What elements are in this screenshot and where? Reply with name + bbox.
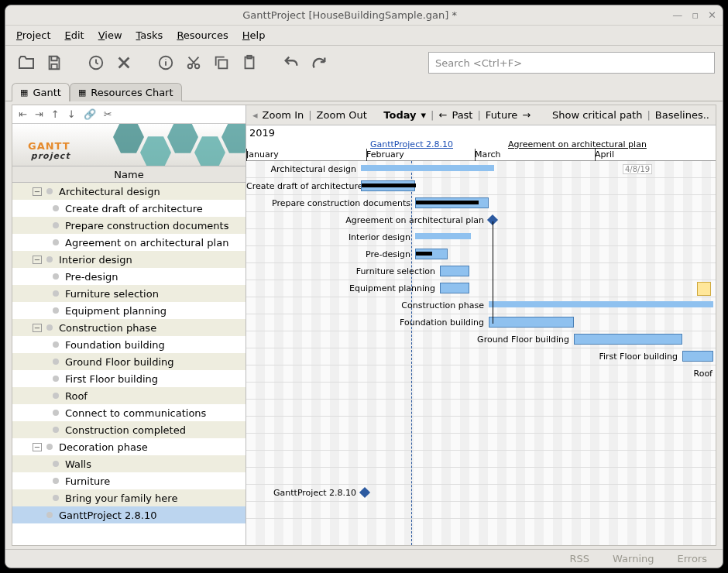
gantt-bar[interactable] [489,301,713,307]
expander-icon[interactable]: − [33,324,42,332]
gantt-bar[interactable] [361,180,415,191]
task-row[interactable]: Foundation building [12,336,246,353]
undo-icon[interactable] [278,50,304,76]
gantt-bar[interactable] [440,266,469,276]
paste-icon[interactable] [236,50,263,76]
delete-icon[interactable] [111,50,137,76]
status-warning[interactable]: Warning [613,553,654,564]
critical-path-button[interactable]: Show critical path [552,109,642,121]
bar-label: Pre-design [246,249,410,259]
task-row[interactable]: Equipment planning [12,302,246,319]
menu-resources[interactable]: Resources [177,29,228,41]
gantt-bar[interactable] [682,351,713,362]
task-label: Agreement on architectural plan [65,237,228,249]
zoom-in-button[interactable]: Zoom In [263,109,304,121]
milestone-link[interactable]: GanttProject 2.8.10 [370,139,453,149]
task-row[interactable]: Prepare construction documents [12,217,246,234]
expander-icon[interactable]: − [33,256,42,264]
task-tree-pane: ⇤ ⇥ ↑ ↓ 🔗 ✂ GANTTproject Name −Architect… [12,105,246,545]
task-row[interactable]: Agreement on architectural plan [12,234,246,251]
workarea: ⇤ ⇥ ↑ ↓ 🔗 ✂ GANTTproject Name −Architect… [12,105,716,546]
task-row[interactable]: Construction completed [12,421,246,438]
task-label: Architectural design [59,186,160,197]
statusbar: RSSWarningErrors [5,549,723,568]
maximize-button[interactable]: ▫ [692,9,699,21]
menu-edit[interactable]: Edit [65,29,84,41]
menu-help[interactable]: Help [242,29,266,41]
status-rss[interactable]: RSS [570,553,590,564]
tab-gantt[interactable]: ▦ Gantt [12,83,70,101]
task-row[interactable]: Pre-design [12,268,246,285]
gantt-bar[interactable] [415,233,471,239]
task-row[interactable]: Walls [12,455,246,472]
today-button[interactable]: Today [383,109,416,121]
redo-icon[interactable] [306,50,332,76]
bar-label: Agreement on architectural plan [246,215,484,225]
moveup-icon[interactable]: ↑ [51,108,60,120]
task-row[interactable]: Furniture [12,472,246,489]
gantt-bar[interactable] [361,165,494,171]
task-row[interactable]: GanttProject 2.8.10 [12,506,246,523]
expander-icon[interactable]: − [33,187,42,196]
zoom-out-button[interactable]: Zoom Out [317,109,367,121]
indent-icon[interactable]: ⇥ [35,108,43,120]
task-label: Bring your family here [65,492,177,504]
baselines-button[interactable]: Baselines.. [655,109,709,121]
task-tree[interactable]: −Architectural designCreate draft of arc… [12,183,246,545]
search-input[interactable]: Search <Ctrl+F> [428,52,715,74]
note-icon[interactable] [697,282,711,296]
window-title: GanttProject [HouseBuildingSample.gan] * [27,9,672,21]
bar-label: First Floor building [246,352,678,362]
bar-label: Ground Floor building [246,335,569,345]
clock-icon[interactable] [83,50,109,76]
menu-view[interactable]: View [98,29,122,41]
column-header-name[interactable]: Name [12,166,246,183]
gantt-chart-pane: ◂ Zoom In | Zoom Out Today▾ | ←Past | Fu… [246,105,716,545]
gantt-bar[interactable] [489,317,574,328]
gantt-bar[interactable] [574,334,682,345]
minimize-button[interactable]: — [672,9,682,21]
unlink-icon[interactable]: ✂ [104,108,112,120]
bar-label: Create draft of architecture [246,181,356,191]
link-icon[interactable]: 🔗 [84,108,96,120]
task-row[interactable]: Ground Floor building [12,353,246,370]
past-button[interactable]: Past [452,109,472,121]
tab-resources-chart[interactable]: ▦ Resources Chart [70,83,182,101]
task-row[interactable]: Connect to communications [12,404,246,421]
close-button[interactable]: ✕ [708,9,716,21]
task-row[interactable]: Furniture selection [12,285,246,302]
gantt-bar[interactable] [415,249,448,259]
bar-label: Equipment planning [246,283,435,293]
task-label: Interior design [59,254,132,266]
task-row[interactable]: −Construction phase [12,319,246,336]
gantt-bar[interactable] [415,197,489,208]
timeline-header[interactable]: 2019 JanuaryFebruaryMarchAprilGanttProje… [246,125,716,161]
task-row[interactable]: Bring your family here [12,489,246,506]
outdent-icon[interactable]: ⇤ [19,108,27,120]
task-label: Furniture [65,475,110,487]
menu-tasks[interactable]: Tasks [136,29,163,41]
logo-banner: GANTTproject [12,124,246,166]
movedown-icon[interactable]: ↓ [67,108,76,120]
gantt-canvas[interactable]: 4/8/19Architectural designCreate draft o… [246,161,716,545]
open-icon[interactable] [13,50,39,76]
save-icon[interactable] [41,50,67,76]
cut-icon[interactable] [180,50,207,76]
expander-icon[interactable]: − [33,443,42,451]
task-row[interactable]: −Architectural design [12,183,246,200]
task-row[interactable]: Create draft of architecture [12,200,246,217]
menu-project[interactable]: Project [16,29,51,41]
task-label: First Floor building [65,373,158,385]
task-row[interactable]: −Decoration phase [12,438,246,455]
future-button[interactable]: Future [486,109,517,121]
task-row[interactable]: Roof [12,387,246,404]
tree-toolbar: ⇤ ⇥ ↑ ↓ 🔗 ✂ [12,105,246,124]
info-icon[interactable] [153,50,179,76]
gantt-bar[interactable] [440,283,469,293]
bar-label: Interior design [246,232,410,242]
task-label: Furniture selection [65,288,159,300]
task-row[interactable]: −Interior design [12,251,246,268]
status-errors[interactable]: Errors [678,553,707,564]
copy-icon[interactable] [208,50,235,76]
task-row[interactable]: First Floor building [12,370,246,387]
